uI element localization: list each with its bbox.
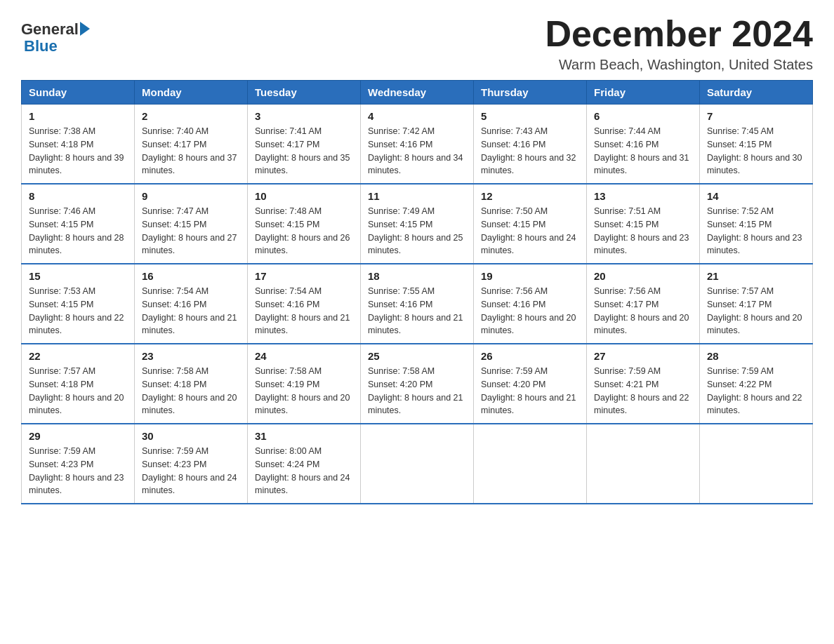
- day-info: Sunrise: 7:59 AMSunset: 4:20 PMDaylight:…: [481, 365, 579, 417]
- calendar-cell: 8 Sunrise: 7:46 AMSunset: 4:15 PMDayligh…: [22, 184, 135, 264]
- day-number: 8: [29, 190, 127, 202]
- day-info: Sunrise: 7:52 AMSunset: 4:15 PMDaylight:…: [707, 205, 805, 257]
- calendar-cell: 17 Sunrise: 7:54 AMSunset: 4:16 PMDaylig…: [248, 264, 361, 344]
- day-number: 3: [255, 110, 353, 122]
- header-sunday: Sunday: [22, 81, 135, 105]
- day-info: Sunrise: 7:57 AMSunset: 4:17 PMDaylight:…: [707, 285, 805, 337]
- calendar-cell: 24 Sunrise: 7:58 AMSunset: 4:19 PMDaylig…: [248, 344, 361, 424]
- calendar-cell: 9 Sunrise: 7:47 AMSunset: 4:15 PMDayligh…: [135, 184, 248, 264]
- day-number: 23: [142, 350, 240, 362]
- day-info: Sunrise: 7:59 AMSunset: 4:22 PMDaylight:…: [707, 365, 805, 417]
- day-number: 5: [481, 110, 579, 122]
- day-number: 31: [255, 430, 353, 442]
- day-number: 28: [707, 350, 805, 362]
- day-number: 10: [255, 190, 353, 202]
- day-number: 26: [481, 350, 579, 362]
- day-number: 22: [29, 350, 127, 362]
- calendar-cell: [587, 424, 700, 504]
- day-info: Sunrise: 7:44 AMSunset: 4:16 PMDaylight:…: [594, 125, 692, 177]
- day-info: Sunrise: 7:59 AMSunset: 4:23 PMDaylight:…: [29, 445, 127, 497]
- calendar-cell: 31 Sunrise: 8:00 AMSunset: 4:24 PMDaylig…: [248, 424, 361, 504]
- logo-arrow-icon: [80, 22, 90, 36]
- day-info: Sunrise: 7:42 AMSunset: 4:16 PMDaylight:…: [368, 125, 466, 177]
- calendar-header-row: SundayMondayTuesdayWednesdayThursdayFrid…: [22, 81, 813, 105]
- calendar-cell: 22 Sunrise: 7:57 AMSunset: 4:18 PMDaylig…: [22, 344, 135, 424]
- day-info: Sunrise: 7:38 AMSunset: 4:18 PMDaylight:…: [29, 125, 127, 177]
- day-info: Sunrise: 7:46 AMSunset: 4:15 PMDaylight:…: [29, 205, 127, 257]
- calendar-cell: 26 Sunrise: 7:59 AMSunset: 4:20 PMDaylig…: [474, 344, 587, 424]
- calendar-table: SundayMondayTuesdayWednesdayThursdayFrid…: [21, 80, 813, 504]
- calendar-cell: 5 Sunrise: 7:43 AMSunset: 4:16 PMDayligh…: [474, 105, 587, 185]
- header-thursday: Thursday: [474, 81, 587, 105]
- day-number: 21: [707, 270, 805, 282]
- day-info: Sunrise: 7:58 AMSunset: 4:18 PMDaylight:…: [142, 365, 240, 417]
- day-info: Sunrise: 7:56 AMSunset: 4:16 PMDaylight:…: [481, 285, 579, 337]
- day-number: 24: [255, 350, 353, 362]
- week-row-1: 1 Sunrise: 7:38 AMSunset: 4:18 PMDayligh…: [22, 105, 813, 185]
- day-info: Sunrise: 7:56 AMSunset: 4:17 PMDaylight:…: [594, 285, 692, 337]
- calendar-cell: 1 Sunrise: 7:38 AMSunset: 4:18 PMDayligh…: [22, 105, 135, 185]
- day-number: 9: [142, 190, 240, 202]
- day-info: Sunrise: 7:40 AMSunset: 4:17 PMDaylight:…: [142, 125, 240, 177]
- day-number: 27: [594, 350, 692, 362]
- page-header: General Blue December 2024 Warm Beach, W…: [21, 14, 813, 73]
- day-info: Sunrise: 7:43 AMSunset: 4:16 PMDaylight:…: [481, 125, 579, 177]
- calendar-cell: 6 Sunrise: 7:44 AMSunset: 4:16 PMDayligh…: [587, 105, 700, 185]
- day-number: 14: [707, 190, 805, 202]
- header-wednesday: Wednesday: [361, 81, 474, 105]
- location-title: Warm Beach, Washington, United States: [545, 57, 813, 73]
- day-number: 17: [255, 270, 353, 282]
- calendar-cell: [474, 424, 587, 504]
- day-info: Sunrise: 7:58 AMSunset: 4:20 PMDaylight:…: [368, 365, 466, 417]
- week-row-5: 29 Sunrise: 7:59 AMSunset: 4:23 PMDaylig…: [22, 424, 813, 504]
- calendar-cell: 2 Sunrise: 7:40 AMSunset: 4:17 PMDayligh…: [135, 105, 248, 185]
- calendar-cell: 20 Sunrise: 7:56 AMSunset: 4:17 PMDaylig…: [587, 264, 700, 344]
- calendar-cell: 30 Sunrise: 7:59 AMSunset: 4:23 PMDaylig…: [135, 424, 248, 504]
- calendar-cell: 4 Sunrise: 7:42 AMSunset: 4:16 PMDayligh…: [361, 105, 474, 185]
- calendar-cell: 19 Sunrise: 7:56 AMSunset: 4:16 PMDaylig…: [474, 264, 587, 344]
- day-info: Sunrise: 7:53 AMSunset: 4:15 PMDaylight:…: [29, 285, 127, 337]
- day-info: Sunrise: 7:49 AMSunset: 4:15 PMDaylight:…: [368, 205, 466, 257]
- logo: General Blue: [21, 21, 90, 55]
- calendar-cell: 12 Sunrise: 7:50 AMSunset: 4:15 PMDaylig…: [474, 184, 587, 264]
- day-number: 30: [142, 430, 240, 442]
- day-number: 11: [368, 190, 466, 202]
- month-title: December 2024: [545, 14, 813, 54]
- day-info: Sunrise: 7:59 AMSunset: 4:23 PMDaylight:…: [142, 445, 240, 497]
- day-number: 13: [594, 190, 692, 202]
- day-info: Sunrise: 7:57 AMSunset: 4:18 PMDaylight:…: [29, 365, 127, 417]
- calendar-cell: 29 Sunrise: 7:59 AMSunset: 4:23 PMDaylig…: [22, 424, 135, 504]
- logo-text-general: General: [21, 21, 79, 38]
- day-number: 20: [594, 270, 692, 282]
- day-info: Sunrise: 8:00 AMSunset: 4:24 PMDaylight:…: [255, 445, 353, 497]
- day-number: 16: [142, 270, 240, 282]
- week-row-4: 22 Sunrise: 7:57 AMSunset: 4:18 PMDaylig…: [22, 344, 813, 424]
- day-number: 25: [368, 350, 466, 362]
- calendar-cell: 11 Sunrise: 7:49 AMSunset: 4:15 PMDaylig…: [361, 184, 474, 264]
- calendar-cell: 10 Sunrise: 7:48 AMSunset: 4:15 PMDaylig…: [248, 184, 361, 264]
- calendar-cell: 21 Sunrise: 7:57 AMSunset: 4:17 PMDaylig…: [700, 264, 813, 344]
- day-number: 4: [368, 110, 466, 122]
- day-info: Sunrise: 7:47 AMSunset: 4:15 PMDaylight:…: [142, 205, 240, 257]
- calendar-cell: 25 Sunrise: 7:58 AMSunset: 4:20 PMDaylig…: [361, 344, 474, 424]
- title-block: December 2024 Warm Beach, Washington, Un…: [545, 14, 813, 73]
- day-info: Sunrise: 7:48 AMSunset: 4:15 PMDaylight:…: [255, 205, 353, 257]
- header-friday: Friday: [587, 81, 700, 105]
- calendar-cell: 23 Sunrise: 7:58 AMSunset: 4:18 PMDaylig…: [135, 344, 248, 424]
- day-number: 29: [29, 430, 127, 442]
- week-row-3: 15 Sunrise: 7:53 AMSunset: 4:15 PMDaylig…: [22, 264, 813, 344]
- day-number: 7: [707, 110, 805, 122]
- calendar-cell: 28 Sunrise: 7:59 AMSunset: 4:22 PMDaylig…: [700, 344, 813, 424]
- calendar-cell: 14 Sunrise: 7:52 AMSunset: 4:15 PMDaylig…: [700, 184, 813, 264]
- calendar-cell: 15 Sunrise: 7:53 AMSunset: 4:15 PMDaylig…: [22, 264, 135, 344]
- day-number: 19: [481, 270, 579, 282]
- header-saturday: Saturday: [700, 81, 813, 105]
- calendar-cell: 3 Sunrise: 7:41 AMSunset: 4:17 PMDayligh…: [248, 105, 361, 185]
- day-info: Sunrise: 7:54 AMSunset: 4:16 PMDaylight:…: [142, 285, 240, 337]
- day-number: 15: [29, 270, 127, 282]
- day-number: 6: [594, 110, 692, 122]
- day-number: 12: [481, 190, 579, 202]
- day-info: Sunrise: 7:55 AMSunset: 4:16 PMDaylight:…: [368, 285, 466, 337]
- calendar-cell: 18 Sunrise: 7:55 AMSunset: 4:16 PMDaylig…: [361, 264, 474, 344]
- logo-text-blue: Blue: [24, 38, 90, 55]
